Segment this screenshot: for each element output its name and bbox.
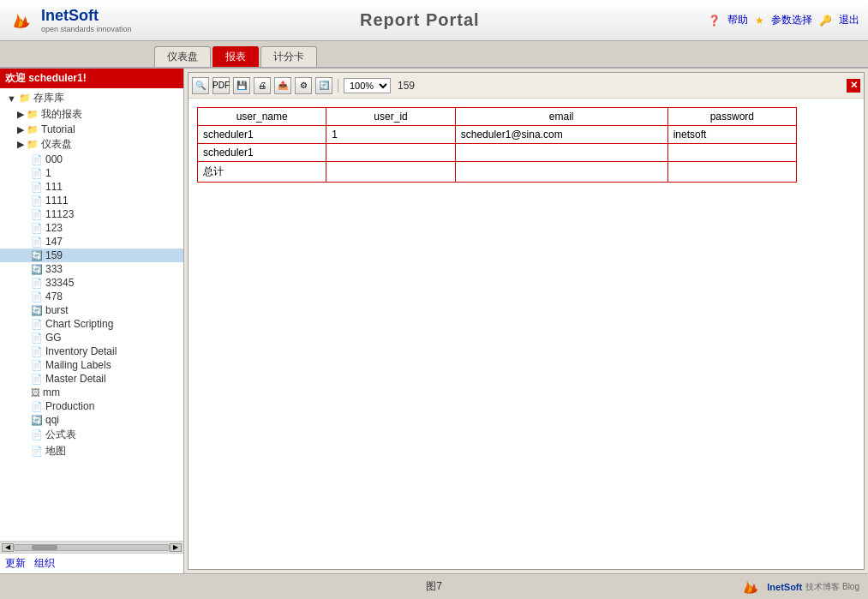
tab-dashboard[interactable]: 仪表盘 [154, 46, 211, 67]
file-icon-map: 📄 [31, 446, 43, 457]
toolbar-export-btn[interactable]: 📤 [274, 77, 291, 94]
file-icon-1111: 📄 [31, 195, 43, 207]
expand-icon: ▼ [7, 93, 16, 104]
toolbar-separator [338, 79, 338, 93]
tree-item-dashboard-folder[interactable]: ▶ 📁 仪表盘 [0, 136, 183, 153]
col-userid: user_id [326, 108, 455, 126]
tree-item-production[interactable]: 📄 Production [0, 399, 183, 413]
footer-logo-icon [739, 578, 763, 596]
sidebar-scrollbar[interactable]: ◀ ▶ [0, 541, 183, 553]
cell-username-1: scheduler1 [198, 126, 326, 144]
special-icon-burst: 🔄 [31, 305, 43, 316]
cell-password-2 [667, 144, 796, 162]
footer: 图7 InetSoft 技术博客 Blog [0, 573, 868, 599]
tree-item-159[interactable]: 🔄 159 [0, 249, 183, 262]
table-header-row: user_name user_id email password [198, 108, 797, 126]
tree-item-myreports[interactable]: ▶ 📁 我的报表 [0, 106, 183, 123]
toolbar-save-btn[interactable]: 💾 [233, 77, 250, 94]
tree-item-147[interactable]: 📄 147 [0, 235, 183, 249]
scroll-left-btn[interactable]: ◀ [2, 543, 14, 552]
file-icon-mail: 📄 [31, 360, 43, 371]
file-icon-gg: 📄 [31, 332, 43, 344]
file-icon-1: 📄 [31, 168, 43, 179]
file-icon-478: 📄 [31, 291, 43, 302]
header: InetSoft open standards innovation Repor… [0, 0, 868, 41]
tree-item-111[interactable]: 📄 111 [0, 180, 183, 194]
tree-item-123[interactable]: 📄 123 [0, 221, 183, 235]
logo-text: InetSoft open standards innovation [41, 7, 132, 33]
table-row: scheduler1 [198, 144, 797, 162]
tree-item-tutorial[interactable]: ▶ 📁 Tutorial [0, 123, 183, 136]
sidebar-header: 欢迎 scheduler1! [0, 69, 183, 88]
bottom-logo: InetSoft 技术博客 Blog [739, 578, 859, 596]
tab-scorecard[interactable]: 计分卡 [260, 46, 317, 67]
expand-icon-dash: ▶ [17, 139, 24, 150]
col-username: user_name [198, 108, 326, 126]
toolbar-search-btn[interactable]: 🔍 [192, 77, 209, 94]
cell-total-2 [326, 162, 455, 183]
report-content: user_name user_id email password schedul… [189, 99, 864, 569]
scrollbar-thumb [32, 545, 57, 550]
toolbar-print-btn[interactable]: 🖨 [254, 77, 271, 94]
folder-icon: 📁 [19, 93, 31, 104]
tree-item-gg[interactable]: 📄 GG [0, 331, 183, 344]
brand-tagline: open standards innovation [41, 25, 132, 33]
tree-item-mm[interactable]: 🖼 mm [0, 386, 183, 399]
scroll-right-btn[interactable]: ▶ [170, 543, 182, 552]
col-email: email [455, 108, 667, 126]
toolbar-refresh-btn[interactable]: 🔄 [315, 77, 332, 94]
file-icon-chart: 📄 [31, 319, 43, 330]
tab-bar: 仪表盘 报表 计分卡 [0, 41, 868, 69]
tree-item-map[interactable]: 📄 地图 [0, 443, 183, 459]
tree-item-1111[interactable]: 📄 1111 [0, 194, 183, 207]
cell-userid-1: 1 [326, 126, 455, 144]
header-nav: ❓ 帮助 ★ 参数选择 🔑 退出 [708, 13, 859, 27]
tree-item-qqi[interactable]: 🔄 qqi [0, 413, 183, 427]
tree-item-33345[interactable]: 📄 33345 [0, 276, 183, 290]
tree-item-formula[interactable]: 📄 公式表 [0, 427, 183, 443]
file-icon-123: 📄 [31, 223, 43, 234]
tree-item-master[interactable]: 📄 Master Detail [0, 372, 183, 386]
file-icon-147: 📄 [31, 237, 43, 248]
tree-item-11123[interactable]: 📄 11123 [0, 207, 183, 221]
expand-icon-my: ▶ [17, 109, 24, 120]
update-link[interactable]: 更新 [5, 556, 26, 571]
scrollbar-track [14, 544, 170, 551]
col-password: password [667, 108, 796, 126]
zoom-select[interactable]: 100% 75% 150% [344, 78, 391, 93]
tab-report[interactable]: 报表 [213, 46, 259, 67]
user-welcome: 欢迎 scheduler1! [5, 71, 87, 86]
report-window: 🔍 PDF 💾 🖨 📤 ⚙ 🔄 100% 75% 150% 159 ✕ [188, 72, 865, 570]
tree-item-1[interactable]: 📄 1 [0, 166, 183, 180]
page-number: 159 [398, 80, 415, 92]
file-icon-111: 📄 [31, 182, 43, 193]
cell-total-4 [667, 162, 796, 183]
cell-total: 总计 [198, 162, 326, 183]
brand-name: InetSoft [41, 7, 132, 25]
tree-item-root[interactable]: ▼ 📁 存库库 [0, 90, 183, 106]
footer-blog: 技术博客 Blog [805, 581, 859, 593]
tree-item-478[interactable]: 📄 478 [0, 290, 183, 303]
tree-item-chart-scripting[interactable]: 📄 Chart Scripting [0, 317, 183, 331]
cell-username-2: scheduler1 [198, 144, 326, 162]
portal-title: Report Portal [360, 10, 480, 30]
toolbar-pdf-btn[interactable]: PDF [213, 77, 230, 94]
tree-item-burst[interactable]: 🔄 burst [0, 303, 183, 317]
main-layout: 欢迎 scheduler1! ▼ 📁 存库库 ▶ 📁 我的报表 ▶ 📁 [0, 69, 868, 573]
toolbar-settings-btn[interactable]: ⚙ [295, 77, 312, 94]
file-icon-000: 📄 [31, 154, 43, 165]
tree-item-mailing[interactable]: 📄 Mailing Labels [0, 358, 183, 372]
nav-help[interactable]: 帮助 [727, 13, 748, 27]
file-icon-master: 📄 [31, 374, 43, 385]
tree-item-000[interactable]: 📄 000 [0, 153, 183, 166]
tree-item-333[interactable]: 🔄 333 [0, 262, 183, 276]
sidebar-bottom: 更新 组织 [0, 553, 183, 573]
nav-logout[interactable]: 退出 [839, 13, 859, 27]
organize-link[interactable]: 组织 [34, 556, 55, 571]
data-table: user_name user_id email password schedul… [197, 107, 797, 183]
tree-item-inventory[interactable]: 📄 Inventory Detail [0, 344, 183, 358]
nav-favorite[interactable]: 参数选择 [771, 13, 812, 27]
file-icon-11123: 📄 [31, 209, 43, 220]
report-toolbar: 🔍 PDF 💾 🖨 📤 ⚙ 🔄 100% 75% 150% 159 ✕ [189, 73, 864, 99]
close-button[interactable]: ✕ [847, 79, 860, 93]
